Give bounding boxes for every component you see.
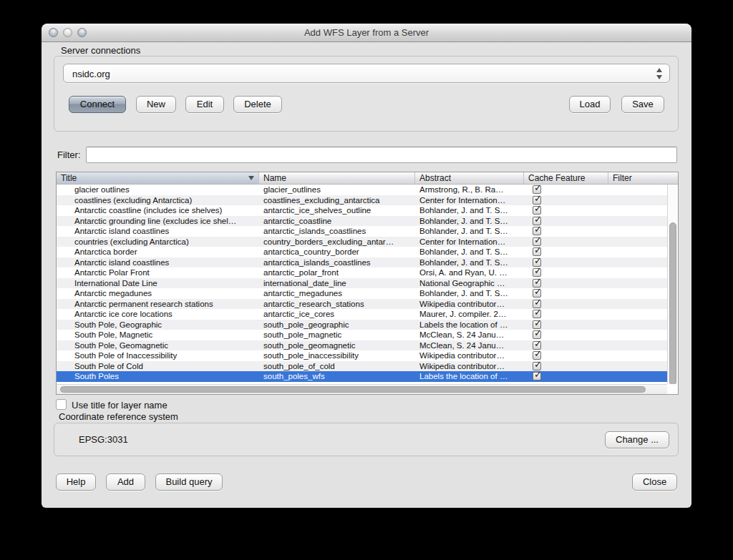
table-row[interactable]: glacier outlinesglacier_outlinesArmstron… — [57, 185, 667, 195]
checkmark-icon: ✓ — [534, 361, 542, 369]
cell-filter — [608, 361, 667, 372]
table-row[interactable]: South Polessouth_poles_wfsLabels the loc… — [57, 371, 667, 382]
cell-filter — [608, 309, 667, 320]
connect-button[interactable]: Connect — [69, 96, 126, 113]
load-button[interactable]: Load — [569, 96, 611, 113]
table-row[interactable]: Antarctic grounding line (excludes ice s… — [57, 216, 667, 227]
cell-abstract: National Geographic … — [415, 278, 524, 289]
cell-abstract: Bohlander, J. and T. S… — [415, 247, 524, 257]
cell-filter — [608, 237, 667, 247]
cache-feature-checkbox[interactable]: ✓ — [533, 300, 541, 308]
cell-name: antarctic_ice_shelves_outline — [259, 205, 415, 216]
cell-cache-feature: ✓ — [524, 320, 608, 330]
cache-feature-checkbox[interactable]: ✓ — [533, 351, 541, 360]
table-row[interactable]: South Pole, Geomagneticsouth_pole_geomag… — [57, 340, 667, 351]
table-row[interactable]: Antarctic megadunesantarctic_megadunesBo… — [57, 288, 667, 299]
column-header-abstract[interactable]: Abstract — [415, 172, 524, 184]
delete-button[interactable]: Delete — [233, 96, 282, 113]
cache-feature-checkbox[interactable]: ✓ — [533, 206, 541, 215]
cell-name: south_pole_of_cold — [259, 361, 415, 372]
table-row[interactable]: Antarctic ice core locationsantarctic_ic… — [57, 309, 667, 320]
close-button[interactable]: Close — [632, 473, 677, 491]
checkmark-icon: ✓ — [534, 299, 542, 307]
cache-feature-checkbox[interactable]: ✓ — [533, 289, 541, 298]
cache-feature-checkbox[interactable]: ✓ — [533, 310, 541, 318]
help-button[interactable]: Help — [56, 473, 96, 491]
cell-name: antarctic_coastline — [259, 216, 415, 227]
cell-title: Antarctic coastline (includes ice shelve… — [57, 205, 259, 216]
cell-cache-feature: ✓ — [524, 278, 608, 289]
cache-feature-checkbox[interactable]: ✓ — [533, 237, 541, 246]
cell-name: antarctic_research_stations — [259, 299, 415, 310]
server-connection-select[interactable]: nsidc.org — [63, 64, 670, 83]
crs-group — [54, 423, 679, 456]
cell-filter — [608, 195, 667, 206]
cell-filter — [608, 257, 667, 268]
cache-feature-checkbox[interactable]: ✓ — [533, 217, 541, 225]
cell-title: glacier outlines — [57, 185, 259, 195]
table-row[interactable]: coastlines (excluding Antarctica)coastli… — [57, 195, 667, 206]
column-header-cache-feature[interactable]: Cache Feature — [524, 172, 608, 184]
cell-cache-feature: ✓ — [524, 257, 608, 268]
cell-filter — [608, 278, 667, 289]
table-row[interactable]: Antarctic permanent research stationsant… — [57, 299, 667, 310]
column-header-name[interactable]: Name — [259, 172, 415, 184]
checkmark-icon: ✓ — [534, 257, 542, 265]
filter-input[interactable] — [86, 147, 677, 163]
horizontal-scrollbar[interactable] — [57, 384, 667, 394]
cell-filter — [608, 185, 667, 195]
table-row[interactable]: South Pole of Inaccessibilitysouth_pole_… — [57, 350, 667, 361]
vertical-scrollbar-thumb[interactable] — [669, 222, 676, 385]
table-row[interactable]: Antarctic Polar Frontantarctic_polar_fro… — [57, 267, 667, 278]
table-row[interactable]: Antarctic coastline (includes ice shelve… — [57, 205, 667, 216]
table-row[interactable]: countries (excluding Antarctica)country_… — [57, 237, 667, 247]
cache-feature-checkbox[interactable]: ✓ — [533, 372, 541, 380]
table-row[interactable]: Antarctica borderantarctica_country_bord… — [57, 247, 667, 257]
column-header-title[interactable]: Title — [57, 172, 259, 184]
cache-feature-checkbox[interactable]: ✓ — [533, 341, 541, 350]
cell-title: South Pole of Cold — [57, 361, 259, 372]
save-button[interactable]: Save — [621, 96, 664, 113]
cache-feature-checkbox[interactable]: ✓ — [533, 196, 541, 205]
table-row[interactable]: South Pole, Geographicsouth_pole_geograp… — [57, 320, 667, 330]
build-query-button[interactable]: Build query — [155, 473, 223, 491]
cache-feature-checkbox[interactable]: ✓ — [533, 247, 541, 256]
cache-feature-checkbox[interactable]: ✓ — [533, 320, 541, 329]
change-crs-button[interactable]: Change ... — [605, 431, 669, 448]
new-button[interactable]: New — [136, 96, 176, 113]
table-row[interactable]: Antarctic island coastlinesantarctic_isl… — [57, 226, 667, 237]
cache-feature-checkbox[interactable]: ✓ — [533, 227, 541, 235]
cell-title: Antarctic permanent research stations — [57, 299, 259, 310]
table-row[interactable]: South Pole, Magneticsouth_pole_magneticM… — [57, 330, 667, 340]
crs-value: EPSG:3031 — [79, 434, 128, 445]
cache-feature-checkbox[interactable]: ✓ — [533, 185, 541, 194]
cell-filter — [608, 267, 667, 278]
column-header-filter[interactable]: Filter — [608, 172, 678, 184]
cache-feature-checkbox[interactable]: ✓ — [533, 330, 541, 339]
add-button[interactable]: Add — [106, 473, 145, 491]
cell-name: antarctica_country_border — [259, 247, 415, 257]
edit-button[interactable]: Edit — [185, 96, 224, 113]
table-row[interactable]: International Date Lineinternational_dat… — [57, 278, 667, 289]
cache-feature-checkbox[interactable]: ✓ — [533, 362, 541, 370]
table-row[interactable]: Antarctic island coastlinesantarctica_is… — [57, 257, 667, 268]
cell-name: antarctic_polar_front — [259, 267, 415, 278]
checkmark-icon: ✓ — [534, 350, 542, 358]
table-row[interactable]: South Pole of Coldsouth_pole_of_coldWiki… — [57, 361, 667, 372]
cell-cache-feature: ✓ — [524, 371, 608, 382]
vertical-scrollbar[interactable] — [667, 185, 678, 384]
cache-feature-checkbox[interactable]: ✓ — [533, 258, 541, 267]
cell-title: International Date Line — [57, 278, 259, 289]
cell-filter — [608, 330, 667, 340]
cell-name: antarctic_islands_coastlines — [259, 226, 415, 237]
add-wfs-layer-dialog: Add WFS Layer from a Server Server conne… — [42, 24, 691, 508]
title-bar[interactable]: Add WFS Layer from a Server — [42, 24, 691, 42]
cell-cache-feature: ✓ — [524, 330, 608, 340]
checkmark-icon: ✓ — [534, 320, 542, 328]
use-title-checkbox[interactable] — [56, 399, 67, 410]
cache-feature-checkbox[interactable]: ✓ — [533, 268, 541, 277]
horizontal-scrollbar-thumb[interactable] — [60, 386, 646, 393]
cache-feature-checkbox[interactable]: ✓ — [533, 279, 541, 288]
cell-name: coastlines_excluding_antarctica — [259, 195, 415, 206]
cell-cache-feature: ✓ — [524, 267, 608, 278]
